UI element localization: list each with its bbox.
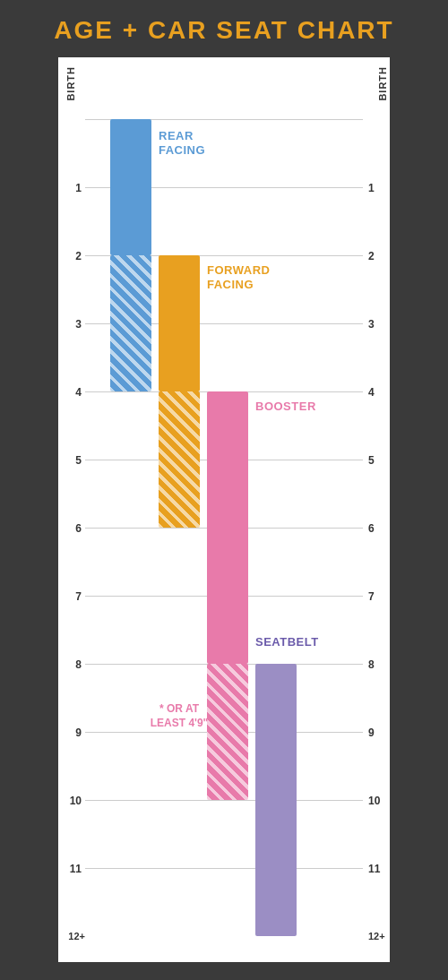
age-10-right: 10 xyxy=(368,795,380,807)
age-8-left: 8 xyxy=(75,658,82,671)
age-3-left: 3 xyxy=(75,318,82,331)
age-12-left: 12+ xyxy=(68,931,85,941)
age-6-right: 6 xyxy=(368,522,375,535)
age-4-right: 4 xyxy=(368,386,375,399)
rear-facing-solid-bar xyxy=(110,119,151,255)
chart-inner: REARFACING FORWARDFACING BOOSTER * OR AT… xyxy=(85,57,363,962)
age-11-left: 11 xyxy=(70,863,82,875)
seatbelt-label: SEATBELT xyxy=(255,635,319,649)
age-9-right: 9 xyxy=(368,726,375,739)
booster-stripe-bar xyxy=(207,664,248,800)
age-11-right: 11 xyxy=(368,863,380,875)
grid-11 xyxy=(85,868,363,869)
forward-facing-label: FORWARDFACING xyxy=(207,263,270,291)
age-2-left: 2 xyxy=(75,250,82,262)
age-2-right: 2 xyxy=(368,250,375,262)
age-3-right: 3 xyxy=(368,318,375,331)
age-10-left: 10 xyxy=(70,795,82,807)
birth-label-right: BIRTH xyxy=(377,66,388,101)
age-7-right: 7 xyxy=(368,590,375,603)
age-12-right: 12+ xyxy=(368,931,385,941)
chart-container: BIRTH 1 2 3 4 5 6 7 8 9 10 11 12+ xyxy=(58,57,390,962)
rear-facing-stripe-bar xyxy=(110,255,151,391)
booster-note-label: * OR ATLEAST 4'9" xyxy=(139,702,220,730)
booster-label: BOOSTER xyxy=(255,400,316,414)
age-5-left: 5 xyxy=(75,454,82,467)
forward-facing-stripe-bar xyxy=(159,391,200,528)
grid-10 xyxy=(85,800,363,801)
age-1-right: 1 xyxy=(368,182,375,194)
forward-facing-solid-bar xyxy=(159,255,200,391)
age-6-left: 6 xyxy=(75,522,82,535)
booster-solid-bar xyxy=(207,391,248,664)
age-9-left: 9 xyxy=(75,726,82,739)
age-8-right: 8 xyxy=(368,658,375,671)
age-7-left: 7 xyxy=(75,590,82,603)
age-1-left: 1 xyxy=(75,182,82,194)
seatbelt-solid-bar xyxy=(255,664,297,936)
age-labels-left: BIRTH 1 2 3 4 5 6 7 8 9 10 11 12+ xyxy=(58,57,85,962)
age-5-right: 5 xyxy=(368,454,375,467)
age-4-left: 4 xyxy=(75,386,82,399)
chart-title: AGE + CAR SEAT CHART xyxy=(45,0,402,57)
birth-label-left: BIRTH xyxy=(65,66,76,101)
age-labels-right: BIRTH 1 2 3 4 5 6 7 8 9 10 11 12+ xyxy=(363,57,390,962)
rear-facing-label: REARFACING xyxy=(159,129,205,157)
